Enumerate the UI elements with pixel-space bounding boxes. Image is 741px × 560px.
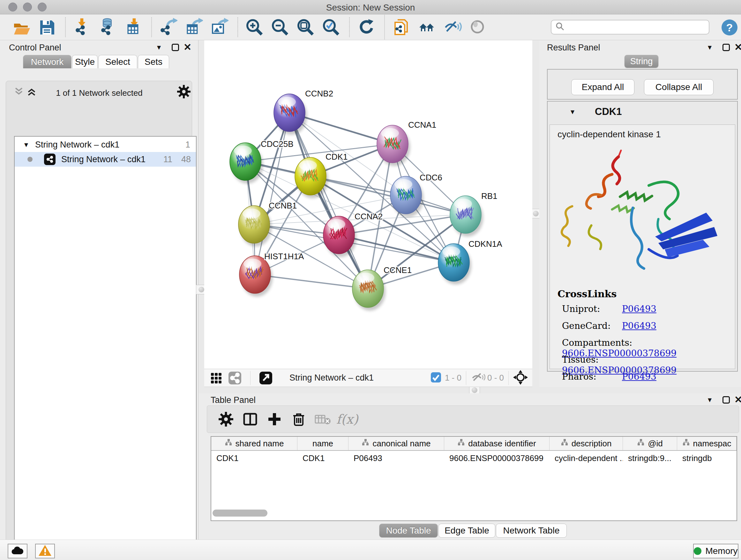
network-collection-row[interactable]: ▾ String Network – cdk1 1 bbox=[15, 137, 196, 152]
network-node-CDK1[interactable]: CDK1 bbox=[295, 152, 347, 198]
node-table[interactable]: shared namenamecanonical namedatabase id… bbox=[211, 436, 737, 521]
search-box[interactable] bbox=[551, 20, 710, 35]
tab-node-table[interactable]: Node Table bbox=[379, 523, 438, 538]
results-panel-float-icon[interactable]: ▾ bbox=[708, 43, 712, 52]
crosslink-value-link[interactable]: P06493 bbox=[622, 304, 657, 314]
import-network-database-icon[interactable] bbox=[98, 17, 118, 37]
table-row[interactable]: CDK1CDK1P064939606.ENSP00000378699cyclin… bbox=[211, 451, 737, 465]
network-node-CDKN1A[interactable]: CDKN1A bbox=[438, 239, 502, 285]
search-input[interactable] bbox=[568, 22, 702, 32]
control-panel-maximize-icon[interactable] bbox=[172, 44, 179, 51]
warning-icon bbox=[38, 544, 52, 558]
zoom-out-icon[interactable] bbox=[270, 17, 290, 37]
tab-style[interactable]: Style bbox=[72, 55, 98, 68]
eye-slash-icon[interactable] bbox=[443, 17, 463, 37]
collapse-all-button[interactable]: Collapse All bbox=[644, 79, 714, 95]
network-row[interactable]: String Network – cdk1 11 48 bbox=[15, 152, 196, 167]
column-header-@id[interactable]: @id bbox=[623, 437, 677, 450]
network-view-title: String Network – cdk1 bbox=[289, 373, 374, 383]
table-cell[interactable]: CDK1 bbox=[211, 451, 297, 465]
cloud-button[interactable] bbox=[8, 544, 27, 558]
table-panel-float-icon[interactable]: ▾ bbox=[708, 395, 712, 404]
delete-column-icon[interactable] bbox=[287, 410, 310, 428]
table-panel-close-icon[interactable]: ✕ bbox=[734, 396, 741, 403]
table-cell[interactable]: stringdb:9... bbox=[623, 451, 677, 465]
open-session-icon[interactable] bbox=[11, 17, 31, 37]
refresh-icon[interactable] bbox=[356, 17, 376, 37]
import-table-file-icon[interactable] bbox=[123, 17, 143, 37]
crosslink-value-link[interactable]: P06493 bbox=[622, 320, 657, 331]
network-options-gear-icon[interactable] bbox=[177, 85, 191, 100]
table-cell[interactable]: 9606.ENSP00000378699 bbox=[444, 451, 549, 465]
collection-expand-caret[interactable]: ▾ bbox=[24, 140, 28, 149]
tab-string[interactable]: String bbox=[624, 55, 658, 68]
show-columns-icon[interactable] bbox=[239, 410, 261, 428]
network-edge-CCNB2-HIST1H1A[interactable] bbox=[255, 113, 289, 274]
table-horizontal-scrollbar[interactable] bbox=[212, 509, 267, 516]
expand-all-button[interactable]: Expand All bbox=[571, 79, 634, 95]
network-label: String Network – cdk1 bbox=[61, 154, 145, 165]
table-cell[interactable]: stringdb bbox=[677, 451, 737, 465]
string-document-icon[interactable] bbox=[392, 17, 412, 37]
toolbar-separator bbox=[384, 15, 385, 40]
gene-collapse-caret[interactable]: ▾ bbox=[570, 107, 575, 116]
tab-sets[interactable]: Sets bbox=[138, 55, 169, 68]
memory-button[interactable]: Memory bbox=[693, 544, 738, 558]
network-node-CCNB1[interactable]: CCNB1 bbox=[239, 201, 297, 246]
crosslink-value-link[interactable]: P06493 bbox=[622, 371, 657, 382]
export-network-icon[interactable] bbox=[158, 17, 178, 37]
table-cell[interactable]: P06493 bbox=[348, 451, 444, 465]
column-header-description[interactable]: description bbox=[549, 437, 623, 450]
grid-view-icon[interactable] bbox=[208, 368, 224, 388]
results-panel-close-icon[interactable]: ✕ bbox=[734, 44, 741, 51]
string-home-icon[interactable] bbox=[417, 17, 437, 37]
toolbar-icon-strip bbox=[11, 15, 494, 40]
table-panel-maximize-icon[interactable] bbox=[723, 396, 730, 403]
selected-checkbox-icon[interactable] bbox=[430, 372, 442, 384]
network-node-HIST1H1A[interactable]: HIST1H1A bbox=[239, 252, 304, 297]
network-edge-CCNB2-CCNE1[interactable] bbox=[289, 113, 368, 289]
zoom-in-icon[interactable] bbox=[245, 17, 264, 37]
tab-network-table[interactable]: Network Table bbox=[496, 523, 567, 538]
network-node-CCNE1[interactable]: CCNE1 bbox=[352, 265, 412, 311]
column-header-shared-name[interactable]: shared name bbox=[211, 437, 297, 450]
warnings-button[interactable] bbox=[35, 544, 55, 558]
tab-edge-table[interactable]: Edge Table bbox=[439, 523, 495, 538]
column-header-database-identifier[interactable]: database identifier bbox=[444, 437, 549, 450]
network-node-CDC25B[interactable]: CDC25B bbox=[230, 139, 293, 184]
column-header-canonical-name[interactable]: canonical name bbox=[348, 437, 444, 450]
add-column-icon[interactable] bbox=[263, 410, 286, 428]
save-session-icon[interactable] bbox=[37, 17, 57, 37]
control-panel-close-icon[interactable]: ✕ bbox=[184, 44, 192, 51]
column-header-namespac[interactable]: namespac bbox=[677, 437, 737, 450]
export-table-icon[interactable] bbox=[184, 17, 204, 37]
network-canvas[interactable]: CCNB2 CCNA1 CDC25B CDK1 CDC6 bbox=[204, 40, 532, 369]
network-node-CCNB2[interactable]: CCNB2 bbox=[274, 89, 333, 135]
share-view-icon[interactable] bbox=[226, 368, 243, 388]
zoom-selected-icon[interactable] bbox=[321, 17, 341, 37]
help-button[interactable]: ? bbox=[721, 19, 738, 36]
network-node-CCNA1[interactable]: CCNA1 bbox=[377, 120, 436, 166]
birds-eye-view-icon[interactable] bbox=[258, 368, 274, 388]
glass-ball-icon[interactable] bbox=[468, 17, 488, 37]
selected-count: 1 - 0 bbox=[445, 373, 461, 383]
table-gear-icon[interactable] bbox=[215, 410, 237, 428]
network-node-RB1[interactable]: RB1 bbox=[450, 191, 497, 237]
zoom-fit-icon[interactable] bbox=[295, 17, 315, 37]
table-cell[interactable]: cyclin-dependent ... bbox=[549, 451, 623, 465]
bottom-splitter[interactable] bbox=[204, 387, 741, 393]
column-header-name[interactable]: name bbox=[297, 437, 348, 450]
table-cell[interactable]: CDK1 bbox=[297, 451, 348, 465]
right-splitter[interactable] bbox=[532, 40, 539, 387]
import-network-file-icon[interactable] bbox=[72, 17, 92, 37]
results-panel-maximize-icon[interactable] bbox=[723, 44, 730, 51]
export-image-icon[interactable] bbox=[209, 17, 229, 37]
tab-select[interactable]: Select bbox=[98, 55, 137, 68]
collection-count: 1 bbox=[185, 140, 190, 150]
network-node-CDC6[interactable]: CDC6 bbox=[390, 173, 442, 217]
results-actions-box: Expand All Collapse All bbox=[547, 69, 738, 100]
control-panel-float-icon[interactable]: ▾ bbox=[157, 43, 161, 52]
tab-network[interactable]: Network bbox=[23, 55, 71, 68]
fit-content-crosshair-icon[interactable] bbox=[513, 370, 528, 386]
network-node-CCNA2[interactable]: CCNA2 bbox=[323, 212, 383, 257]
